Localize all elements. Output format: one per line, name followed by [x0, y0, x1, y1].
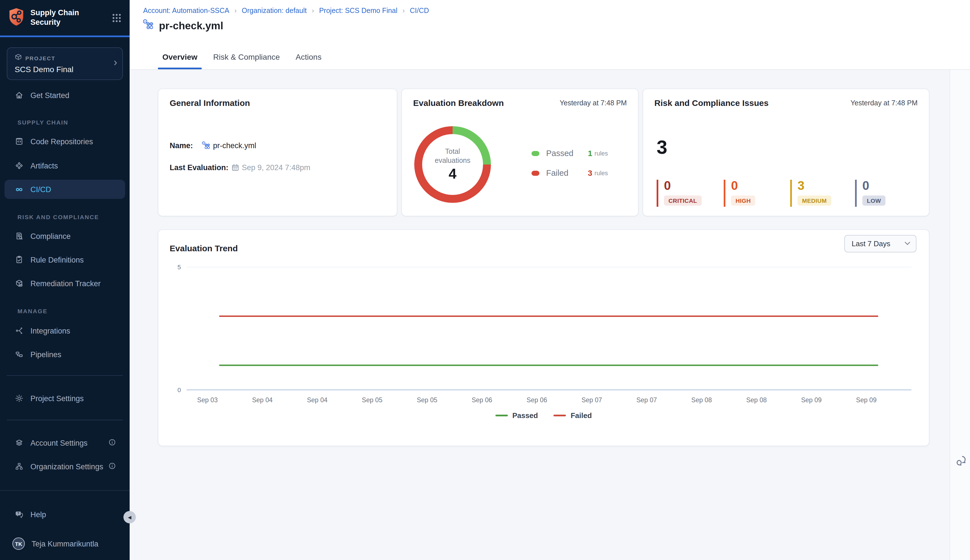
- severity-item-low: 0LOW: [855, 180, 885, 207]
- sidebar-user[interactable]: TK Teja Kummarikuntla: [5, 534, 125, 553]
- x-tick-label: Sep 09: [856, 396, 877, 404]
- x-tick-label: Sep 07: [581, 396, 602, 404]
- severity-badge: LOW: [862, 195, 885, 206]
- pipeline-file-icon: [201, 141, 211, 150]
- sidebar: Supply Chain Security PROJECT SCS Demo: [0, 0, 130, 560]
- last-evaluation-label: Last Evaluation:: [170, 163, 231, 172]
- trend-legend-item: Failed: [554, 411, 592, 420]
- card-title: General Information: [170, 98, 250, 108]
- severity-count: 0: [664, 180, 701, 192]
- donut-center-label: Total: [445, 147, 460, 156]
- tab-overview[interactable]: Overview: [161, 52, 199, 69]
- legend-count: 1: [588, 149, 593, 158]
- calendar-icon: [231, 163, 240, 172]
- help-chat-icon: ?: [15, 510, 24, 519]
- organization-settings-icon: [15, 462, 24, 471]
- severity-badge: HIGH: [731, 195, 755, 206]
- sidebar-item-cicd[interactable]: CI/CD: [5, 180, 125, 199]
- x-tick-label: Sep 09: [801, 396, 822, 404]
- x-tick-label: Sep 06: [527, 396, 547, 404]
- sidebar-item-label: Project Settings: [30, 394, 84, 403]
- artifacts-icon: [15, 161, 24, 170]
- section-header-supply-chain: SUPPLY CHAIN: [17, 119, 68, 126]
- trend-legend-item: Passed: [496, 411, 538, 420]
- x-tick-label: Sep 05: [417, 396, 437, 404]
- breakdown-legend: Passed1rulesFailed3rules: [531, 148, 608, 178]
- home-icon: [15, 91, 24, 100]
- severity-item-medium: 3MEDIUM: [790, 180, 831, 207]
- sidebar-item-get-started[interactable]: Get Started: [5, 86, 125, 105]
- legend-dash-icon: [496, 415, 508, 417]
- legend-pill-icon: [531, 151, 539, 156]
- x-tick-label: Sep 04: [307, 396, 327, 404]
- sidebar-item-artifacts[interactable]: Artifacts: [5, 156, 125, 175]
- main-content: General Information Name: pr-check.yml L…: [130, 70, 950, 560]
- sidebar-item-label: Help: [30, 510, 46, 518]
- info-icon[interactable]: [108, 438, 116, 448]
- breadcrumb-link[interactable]: Organization: default: [242, 7, 307, 15]
- sidebar-item-pipelines[interactable]: Pipelines: [5, 345, 125, 364]
- sidebar-item-label: Integrations: [30, 327, 70, 335]
- sidebar-item-code-repositories[interactable]: Code Repositories: [5, 132, 125, 151]
- project-selector[interactable]: PROJECT SCS Demo Final ›: [7, 47, 123, 80]
- sidebar-item-label: Rule Definitions: [30, 255, 84, 264]
- legend-unit: rules: [594, 170, 608, 176]
- legend-pill-icon: [531, 170, 539, 175]
- severity-count: 3: [798, 180, 831, 192]
- sidebar-accent-bar: [0, 35, 130, 37]
- sidebar-item-remediation-tracker[interactable]: Remediation Tracker: [5, 274, 125, 293]
- chevron-right-icon: ›: [114, 56, 117, 69]
- sidebar-item-label: Remediation Tracker: [30, 279, 100, 288]
- general-information-card: General Information Name: pr-check.yml L…: [158, 88, 397, 216]
- cicd-infinity-icon: [15, 185, 24, 194]
- svg-text:?: ?: [17, 511, 19, 515]
- page-title: pr-check.yml: [159, 20, 223, 32]
- tab-actions[interactable]: Actions: [294, 52, 323, 69]
- project-name: SCS Demo Final: [15, 65, 108, 74]
- evaluation-trend-card: Evaluation Trend Last 7 Days 05Sep 03Sep…: [158, 229, 930, 446]
- sidebar-item-label: CI/CD: [30, 185, 51, 193]
- sidebar-item-integrations[interactable]: Integrations: [5, 321, 125, 340]
- breakdown-legend-row: Passed1rules: [531, 148, 608, 159]
- account-settings-layers-icon: [15, 438, 24, 447]
- sidebar-item-project-settings[interactable]: Project Settings: [5, 389, 125, 408]
- sidebar-item-label: Account Settings: [30, 438, 88, 447]
- breadcrumb-link[interactable]: CI/CD: [410, 7, 429, 15]
- sidebar-item-compliance[interactable]: Compliance: [5, 227, 125, 246]
- total-issues-value: 3: [657, 136, 667, 158]
- name-label: Name:: [170, 142, 200, 150]
- breadcrumb-link[interactable]: Project: SCS Demo Final: [319, 7, 397, 15]
- app-switcher-grid-icon[interactable]: [112, 13, 122, 23]
- sidebar-item-label: Organization Settings: [30, 462, 103, 471]
- breadcrumb-link[interactable]: Account: Automation-SSCA: [143, 7, 229, 15]
- name-value: pr-check.yml: [213, 142, 256, 150]
- code-repositories-icon: [15, 137, 24, 146]
- evaluation-breakdown-card: Evaluation Breakdown Yesterday at 7:48 P…: [401, 88, 639, 216]
- sidebar-footer-divider: [0, 490, 130, 491]
- y-tick-label: 5: [177, 264, 181, 271]
- sidebar-item-help[interactable]: ? Help: [5, 505, 125, 524]
- x-tick-label: Sep 08: [746, 396, 767, 404]
- sidebar-item-label: Artifacts: [30, 162, 58, 170]
- severity-badge: MEDIUM: [798, 195, 831, 206]
- sidebar-collapse-handle[interactable]: ◀: [124, 511, 136, 523]
- sidebar-item-account-settings[interactable]: Account Settings: [5, 433, 125, 452]
- breakdown-legend-row: Failed3rules: [531, 167, 608, 178]
- compliance-icon: [15, 232, 24, 240]
- tab-risk-compliance[interactable]: Risk & Compliance: [212, 52, 281, 69]
- breadcrumb: Account: Automation-SSCA›Organization: d…: [143, 7, 429, 15]
- breadcrumb-separator: ›: [234, 7, 237, 15]
- sidebar-item-organization-settings[interactable]: Organization Settings: [5, 457, 125, 476]
- severity-badge: CRITICAL: [664, 195, 701, 206]
- remediation-tracker-icon: [15, 279, 24, 288]
- chat-bubbles-icon[interactable]: [954, 454, 968, 468]
- sidebar-divider: [7, 375, 123, 376]
- sidebar-item-label: Code Repositories: [30, 137, 93, 146]
- x-tick-label: Sep 07: [636, 396, 657, 404]
- integrations-icon: [15, 326, 24, 335]
- gear-icon: [15, 394, 24, 403]
- sidebar-item-rule-definitions[interactable]: Rule Definitions: [5, 250, 125, 269]
- info-icon[interactable]: [108, 462, 116, 471]
- user-name: Teja Kummarikuntla: [32, 540, 99, 548]
- pipelines-icon: [15, 350, 24, 359]
